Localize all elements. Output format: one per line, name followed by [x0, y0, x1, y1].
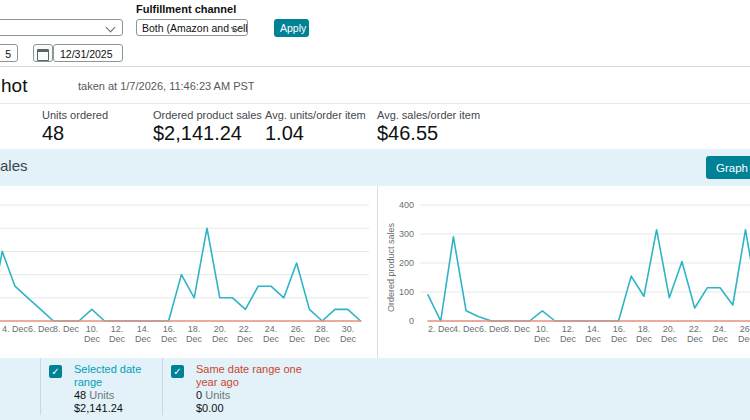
sales-snapshot-header: hot taken at 1/7/2026, 11:46:23 AM PST: [0, 67, 750, 104]
stat-avg-units-order-item: Avg. units/order item 1.04: [265, 109, 366, 145]
chart-line: [428, 230, 750, 321]
fulfillment-channel-select[interactable]: Both (Amazon and seller): [136, 19, 248, 36]
apply-button[interactable]: Apply: [274, 19, 309, 37]
stat-label: Units ordered: [42, 109, 108, 121]
sales-snapshot-title-partial: hot: [1, 75, 27, 97]
snapshot-stats: Units ordered 48 Ordered product sales $…: [0, 104, 750, 149]
seller-sales-dashboard: { "filters": { "fulfillment_label": "Ful…: [0, 0, 750, 420]
legend-units: 48 Units: [74, 389, 161, 402]
legend-item-selected-range: ✓ Selected date range 48 Units $2,141.24: [40, 358, 161, 415]
calendar-icon: [37, 49, 49, 61]
stat-value: $46.55: [377, 122, 480, 145]
date-to-input[interactable]: 12/31/2025: [53, 44, 123, 62]
legend-units: 0 Units: [196, 389, 319, 402]
compare-sales-title-partial: ales: [0, 157, 28, 174]
fulfillment-channel-label: Fulfillment channel: [136, 3, 236, 15]
legend-amount: $0.00: [196, 402, 319, 415]
legend-checkbox[interactable]: ✓: [49, 365, 62, 378]
date-from-input[interactable]: 5: [0, 44, 18, 62]
sales-charts: [0, 186, 750, 358]
stat-label: Avg. units/order item: [265, 109, 366, 121]
graph-view-button[interactable]: Graph view: [706, 156, 750, 179]
compare-sales-section: ales Graph view 4. Dec6. Dec8. Dec10.Dec…: [0, 149, 750, 420]
legend-label: Same date range one year ago: [196, 363, 319, 389]
report-period-select[interactable]: [0, 19, 123, 36]
stat-label: Ordered product sales: [153, 109, 262, 121]
stat-value: $2,141.24: [153, 122, 262, 145]
calendar-button[interactable]: [33, 44, 53, 62]
filter-bar: Fulfillment channel Both (Amazon and sel…: [0, 0, 750, 67]
chevron-down-icon: [106, 23, 116, 33]
stat-units-ordered: Units ordered 48: [42, 109, 108, 145]
stat-avg-sales-order-item: Avg. sales/order item $46.55: [377, 109, 480, 145]
stat-label: Avg. sales/order item: [377, 109, 480, 121]
stat-ordered-product-sales: Ordered product sales $2,141.24: [153, 109, 262, 145]
legend-amount: $2,141.24: [74, 402, 161, 415]
legend-item-year-ago: ✓ Same date range one year ago 0 Units $…: [162, 358, 319, 415]
legend-checkbox[interactable]: ✓: [171, 365, 184, 378]
stat-value: 1.04: [265, 122, 366, 145]
stat-value: 48: [42, 122, 108, 145]
snapshot-timestamp: taken at 1/7/2026, 11:46:23 AM PST: [78, 80, 255, 92]
legend-label: Selected date range: [74, 363, 161, 389]
